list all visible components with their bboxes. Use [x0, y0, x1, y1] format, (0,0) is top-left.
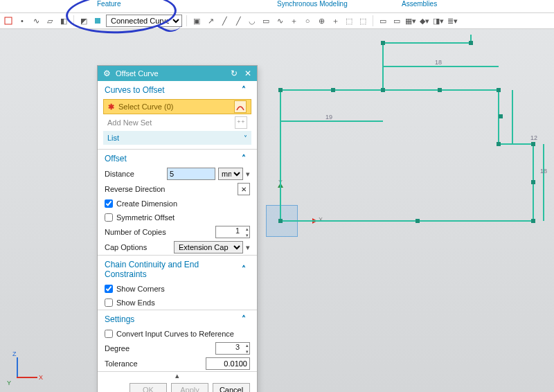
section-settings[interactable]: Settings ˄ — [98, 310, 257, 327]
svg-rect-24 — [531, 180, 535, 184]
tolerance-row: Tolerance — [98, 356, 257, 371]
svg-rect-12 — [278, 219, 283, 223]
ok-button[interactable]: OK — [129, 383, 167, 392]
svg-rect-19 — [469, 41, 473, 45]
show-corners-row: Show Corners — [98, 282, 257, 296]
y-axis-label: Y — [7, 380, 11, 386]
svg-rect-15 — [497, 142, 501, 146]
degree-row: Degree 3 — [98, 341, 257, 356]
distance-row: Distance mm ▾ — [98, 166, 257, 181]
svg-rect-17 — [381, 88, 385, 92]
x-axis-icon — [17, 377, 37, 378]
dialog-resize-grip[interactable]: ▴ — [98, 372, 257, 379]
x-axis-label: X — [39, 374, 43, 381]
add-set-icon[interactable]: ⁺⁺ — [235, 116, 247, 129]
section-curves-to-offset[interactable]: Curves to Offset ˄ — [98, 81, 257, 98]
section-offset[interactable]: Offset ˄ — [98, 150, 257, 166]
dim-2: 18 — [435, 59, 442, 66]
apply-button[interactable]: Apply — [171, 383, 208, 392]
chevron-up-icon: ˄ — [242, 314, 251, 324]
curve-icon[interactable] — [234, 100, 247, 113]
offset-curve-dialog: ⚙ Offset Curve ↻ ✕ Curves to Offset ˄ ✱ … — [97, 65, 258, 392]
cap-options-select[interactable]: Extension Cap — [174, 241, 243, 253]
cancel-button[interactable]: Cancel — [213, 383, 250, 392]
svg-rect-22 — [331, 88, 335, 92]
section-chain[interactable]: Chain Continuity and End Constraints ˄ — [98, 256, 257, 282]
chevron-down-icon: ˅ — [244, 134, 247, 142]
svg-rect-20 — [278, 88, 283, 92]
svg-rect-25 — [499, 114, 503, 118]
show-ends-checkbox[interactable] — [105, 299, 113, 307]
num-copies-input[interactable]: 1 — [215, 226, 250, 238]
show-ends-row: Show Ends — [98, 296, 257, 310]
reverse-direction-button[interactable]: ✕ — [238, 183, 250, 195]
cap-options-row: Cap Options Extension Cap ▾ — [98, 240, 257, 255]
chevron-up-icon: ˄ — [242, 85, 251, 95]
degree-input[interactable]: 3 — [215, 342, 250, 355]
dim-1: 19 — [325, 114, 332, 121]
distance-unit[interactable]: mm — [218, 168, 243, 180]
reverse-direction-row: Reverse Direction ✕ — [98, 181, 257, 197]
convert-ref-row: Convert Input Curves to Reference — [98, 327, 257, 341]
svg-rect-14 — [531, 142, 535, 146]
dim-4: 18 — [540, 168, 547, 175]
gear-icon[interactable]: ⚙ — [102, 69, 111, 78]
tolerance-input[interactable] — [206, 357, 250, 370]
dialog-title: Offset Curve — [116, 69, 225, 78]
z-axis-icon — [17, 357, 18, 378]
num-copies-row: Number of Copies 1 — [98, 224, 257, 240]
chevron-up-icon: ˄ — [242, 265, 251, 274]
svg-rect-18 — [381, 41, 385, 45]
chevron-up-icon: ˄ — [242, 154, 251, 163]
create-dimension-checkbox[interactable] — [105, 199, 113, 208]
list-row[interactable]: List ˅ — [103, 131, 251, 145]
reset-icon[interactable]: ↻ — [229, 69, 239, 78]
convert-ref-checkbox[interactable] — [105, 330, 113, 338]
dialog-titlebar[interactable]: ⚙ Offset Curve ↻ ✕ — [98, 66, 257, 81]
distance-input[interactable] — [167, 168, 215, 180]
required-asterisk-icon: ✱ — [108, 103, 114, 112]
svg-rect-13 — [531, 219, 535, 223]
svg-rect-16 — [497, 88, 501, 92]
sketch-polyline: 19 18 12 18 — [0, 0, 554, 392]
select-curve-row[interactable]: ✱ Select Curve (0) — [103, 99, 251, 114]
close-icon[interactable]: ✕ — [243, 69, 253, 78]
svg-rect-21 — [416, 219, 420, 223]
add-new-set-row[interactable]: Add New Set ⁺⁺ — [103, 116, 251, 130]
show-corners-checkbox[interactable] — [105, 285, 113, 293]
z-axis-label: Z — [12, 350, 17, 357]
symmetric-offset-checkbox[interactable] — [105, 213, 113, 222]
cap-options-menu-icon[interactable]: ▾ — [246, 243, 250, 252]
create-dimension-row: Create Dimension — [98, 197, 257, 211]
svg-rect-23 — [438, 88, 442, 92]
dim-3: 12 — [530, 134, 537, 141]
symmetric-offset-row: Symmetric Offset — [98, 211, 257, 224]
distance-menu-icon[interactable]: ▾ — [246, 170, 250, 179]
graphics-canvas[interactable]: X Y 19 18 12 18 — [0, 0, 554, 392]
